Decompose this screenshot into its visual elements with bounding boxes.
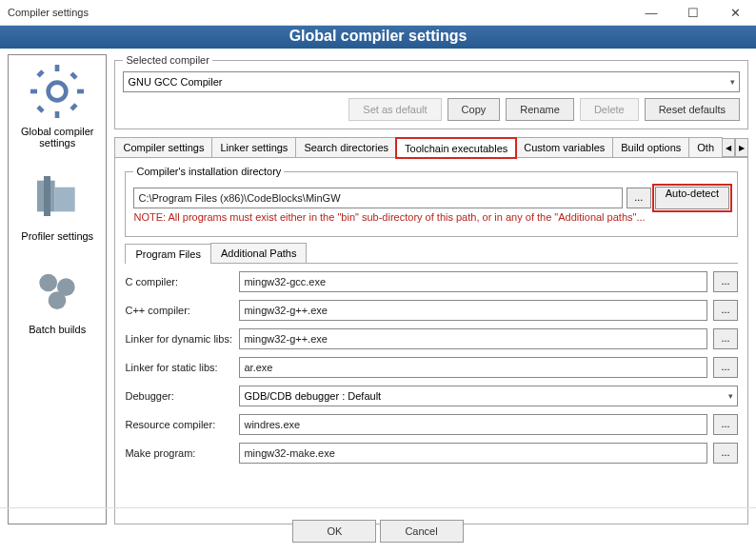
sidebar-item-label: Batch builds <box>27 324 88 335</box>
copy-button[interactable]: Copy <box>448 98 501 121</box>
program-input[interactable] <box>239 328 707 349</box>
compiler-button-row: Set as default Copy Rename Delete Reset … <box>123 98 740 121</box>
sub-tabs: Program Files Additional Paths <box>125 243 738 264</box>
sidebar-item-global-compiler[interactable]: Global compiler settings <box>10 61 104 148</box>
sidebar-item-label: Profiler settings <box>21 230 93 242</box>
svg-rect-10 <box>55 188 75 212</box>
form-row: C compiler:... <box>125 271 738 292</box>
rename-button[interactable]: Rename <box>506 98 574 121</box>
form-label: Make program: <box>125 447 233 459</box>
program-input[interactable] <box>239 271 707 292</box>
cancel-button[interactable]: Cancel <box>380 520 464 543</box>
program-input[interactable] <box>239 300 707 321</box>
svg-rect-1 <box>55 111 60 118</box>
subtab-additional-paths[interactable]: Additional Paths <box>210 243 308 263</box>
program-files-form: C compiler:...C++ compiler:...Linker for… <box>125 264 738 464</box>
svg-rect-3 <box>77 89 84 94</box>
form-label: Resource compiler: <box>125 419 233 430</box>
set-default-button: Set as default <box>348 98 441 121</box>
form-label: Linker for static libs: <box>125 362 233 373</box>
tab-search-directories[interactable]: Search directories <box>295 137 397 157</box>
form-label: Linker for dynamic libs: <box>125 333 233 345</box>
install-dir-legend: Compiler's installation directory <box>133 166 284 177</box>
reset-defaults-button[interactable]: Reset defaults <box>645 98 740 121</box>
svg-point-13 <box>49 291 67 309</box>
program-input[interactable] <box>239 414 707 435</box>
minimize-button[interactable]: — <box>630 0 672 25</box>
install-dir-note: NOTE: All programs must exist either in … <box>133 211 729 223</box>
form-label: C++ compiler: <box>125 305 233 316</box>
browse-button[interactable]: ... <box>713 443 738 464</box>
tabs-scroll-right[interactable]: ▶ <box>735 138 748 157</box>
delete-button: Delete <box>580 98 639 121</box>
form-row: Make program:... <box>125 443 738 464</box>
browse-button[interactable]: ... <box>713 357 738 378</box>
main-panel: Selected compiler GNU GCC Compiler ▾ Set… <box>114 54 748 524</box>
form-label: Debugger: <box>125 390 233 402</box>
compiler-select-value: GNU GCC Compiler <box>128 76 222 88</box>
form-row: Debugger:GDB/CDB debugger : Default▾ <box>125 386 738 406</box>
batch-icon <box>27 259 88 320</box>
page-title: Global compiler settings <box>0 26 756 49</box>
chevron-down-icon: ▾ <box>730 77 735 87</box>
tab-linker-settings[interactable]: Linker settings <box>211 137 296 157</box>
browse-button[interactable]: ... <box>627 188 651 208</box>
profiler-icon <box>27 166 88 227</box>
browse-button[interactable]: ... <box>713 328 738 349</box>
tab-build-options[interactable]: Build options <box>612 137 689 157</box>
svg-rect-2 <box>30 89 37 94</box>
browse-button[interactable]: ... <box>713 300 738 321</box>
svg-rect-9 <box>44 176 50 216</box>
debugger-select-value: GDB/CDB debugger : Default <box>244 390 381 402</box>
maximize-button[interactable]: ☐ <box>672 0 714 25</box>
compiler-select[interactable]: GNU GCC Compiler ▾ <box>123 71 740 92</box>
debugger-select[interactable]: GDB/CDB debugger : Default▾ <box>239 386 738 406</box>
program-input[interactable] <box>239 443 707 464</box>
svg-rect-5 <box>70 103 78 110</box>
program-input[interactable] <box>239 357 707 378</box>
selected-compiler-legend: Selected compiler <box>123 54 211 66</box>
gear-icon <box>27 61 88 122</box>
window-title: Compiler settings <box>8 7 630 18</box>
tab-toolchain-executables[interactable]: Toolchain executables <box>396 138 516 158</box>
browse-button[interactable]: ... <box>713 414 738 435</box>
svg-rect-0 <box>55 65 60 71</box>
svg-point-11 <box>40 274 58 292</box>
close-button[interactable]: ✕ <box>714 0 756 25</box>
form-row: Resource compiler:... <box>125 414 738 435</box>
form-row: Linker for dynamic libs:... <box>125 328 738 349</box>
svg-rect-4 <box>37 69 45 77</box>
tab-custom-variables[interactable]: Custom variables <box>515 137 613 157</box>
chevron-down-icon: ▾ <box>728 391 733 401</box>
window-controls: — ☐ ✕ <box>630 0 756 25</box>
form-row: Linker for static libs:... <box>125 357 738 378</box>
form-row: C++ compiler:... <box>125 300 738 321</box>
browse-button[interactable]: ... <box>713 271 738 292</box>
tab-compiler-settings[interactable]: Compiler settings <box>114 137 212 157</box>
sidebar: Global compiler settings Profiler settin… <box>8 54 107 524</box>
sidebar-item-label: Global compiler settings <box>10 126 104 148</box>
form-label: C compiler: <box>125 276 233 287</box>
main-tabs: Compiler settings Linker settings Search… <box>114 137 748 158</box>
install-dir-input[interactable] <box>133 188 622 208</box>
tabs-scroll-left[interactable]: ◀ <box>722 138 735 157</box>
ok-button[interactable]: OK <box>292 520 376 543</box>
sidebar-item-batch[interactable]: Batch builds <box>27 259 88 335</box>
titlebar: Compiler settings — ☐ ✕ <box>0 0 756 26</box>
svg-rect-6 <box>70 72 78 80</box>
install-dir-group: Compiler's installation directory ... Au… <box>125 166 738 237</box>
subtab-program-files[interactable]: Program Files <box>125 244 210 264</box>
tab-other[interactable]: Oth <box>688 137 723 157</box>
auto-detect-button[interactable]: Auto-detect <box>655 187 729 209</box>
toolchain-panel: Compiler's installation directory ... Au… <box>114 158 748 524</box>
sidebar-item-profiler[interactable]: Profiler settings <box>21 166 93 242</box>
svg-rect-7 <box>37 106 45 113</box>
dialog-footer: OK Cancel <box>0 507 756 554</box>
selected-compiler-group: Selected compiler GNU GCC Compiler ▾ Set… <box>114 54 748 129</box>
